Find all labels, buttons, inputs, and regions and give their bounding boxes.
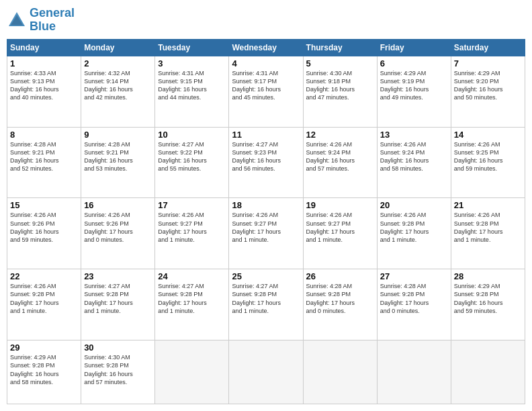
calendar-cell: 4Sunrise: 4:31 AM Sunset: 9:17 PM Daylig… <box>229 56 303 127</box>
day-number: 21 <box>454 200 522 210</box>
calendar-cell: 11Sunrise: 4:27 AM Sunset: 9:23 PM Dayli… <box>229 127 303 198</box>
day-info: Sunrise: 4:26 AM Sunset: 9:28 PM Dayligh… <box>454 211 522 244</box>
day-info: Sunrise: 4:27 AM Sunset: 9:28 PM Dayligh… <box>158 282 226 315</box>
calendar-cell: 18Sunrise: 4:26 AM Sunset: 9:27 PM Dayli… <box>229 198 303 269</box>
calendar-cell: 24Sunrise: 4:27 AM Sunset: 9:28 PM Dayli… <box>155 269 229 340</box>
calendar-cell <box>451 340 525 404</box>
calendar-week-row: 8Sunrise: 4:28 AM Sunset: 9:21 PM Daylig… <box>7 127 525 198</box>
calendar-cell: 26Sunrise: 4:28 AM Sunset: 9:28 PM Dayli… <box>303 269 377 340</box>
weekday-header: Tuesday <box>155 39 229 56</box>
day-number: 24 <box>158 271 226 281</box>
day-info: Sunrise: 4:27 AM Sunset: 9:22 PM Dayligh… <box>158 140 226 173</box>
logo-icon <box>7 10 27 30</box>
calendar-cell: 8Sunrise: 4:28 AM Sunset: 9:21 PM Daylig… <box>7 127 81 198</box>
day-info: Sunrise: 4:26 AM Sunset: 9:27 PM Dayligh… <box>306 211 374 244</box>
calendar-cell <box>229 340 303 404</box>
calendar-cell: 30Sunrise: 4:30 AM Sunset: 9:28 PM Dayli… <box>81 340 155 404</box>
calendar-cell <box>303 340 377 404</box>
calendar-cell: 19Sunrise: 4:26 AM Sunset: 9:27 PM Dayli… <box>303 198 377 269</box>
day-info: Sunrise: 4:33 AM Sunset: 9:13 PM Dayligh… <box>10 69 78 102</box>
day-number: 8 <box>10 130 78 140</box>
day-info: Sunrise: 4:26 AM Sunset: 9:27 PM Dayligh… <box>158 211 226 244</box>
day-info: Sunrise: 4:26 AM Sunset: 9:28 PM Dayligh… <box>10 282 78 315</box>
weekday-header: Friday <box>377 39 451 56</box>
calendar-cell: 17Sunrise: 4:26 AM Sunset: 9:27 PM Dayli… <box>155 198 229 269</box>
day-number: 19 <box>306 200 374 210</box>
calendar-cell: 22Sunrise: 4:26 AM Sunset: 9:28 PM Dayli… <box>7 269 81 340</box>
calendar-cell: 3Sunrise: 4:31 AM Sunset: 9:15 PM Daylig… <box>155 56 229 127</box>
day-info: Sunrise: 4:32 AM Sunset: 9:14 PM Dayligh… <box>84 69 152 102</box>
day-number: 17 <box>158 200 226 210</box>
day-info: Sunrise: 4:26 AM Sunset: 9:26 PM Dayligh… <box>84 211 152 244</box>
calendar-cell: 28Sunrise: 4:29 AM Sunset: 9:28 PM Dayli… <box>451 269 525 340</box>
day-number: 16 <box>84 200 152 210</box>
page: General Blue SundayMondayTuesdayWednesda… <box>0 0 532 411</box>
calendar-week-row: 15Sunrise: 4:26 AM Sunset: 9:26 PM Dayli… <box>7 198 525 269</box>
day-number: 5 <box>306 58 374 68</box>
calendar-cell: 13Sunrise: 4:26 AM Sunset: 9:24 PM Dayli… <box>377 127 451 198</box>
day-number: 2 <box>84 58 152 68</box>
calendar-cell: 27Sunrise: 4:28 AM Sunset: 9:28 PM Dayli… <box>377 269 451 340</box>
day-info: Sunrise: 4:26 AM Sunset: 9:24 PM Dayligh… <box>380 140 448 173</box>
weekday-header: Wednesday <box>229 39 303 56</box>
calendar-cell: 23Sunrise: 4:27 AM Sunset: 9:28 PM Dayli… <box>81 269 155 340</box>
day-info: Sunrise: 4:31 AM Sunset: 9:15 PM Dayligh… <box>158 69 226 102</box>
day-info: Sunrise: 4:26 AM Sunset: 9:25 PM Dayligh… <box>454 140 522 173</box>
day-info: Sunrise: 4:30 AM Sunset: 9:28 PM Dayligh… <box>84 353 152 386</box>
calendar-cell: 25Sunrise: 4:27 AM Sunset: 9:28 PM Dayli… <box>229 269 303 340</box>
day-info: Sunrise: 4:30 AM Sunset: 9:18 PM Dayligh… <box>306 69 374 102</box>
calendar-cell: 6Sunrise: 4:29 AM Sunset: 9:19 PM Daylig… <box>377 56 451 127</box>
calendar-cell: 29Sunrise: 4:29 AM Sunset: 9:28 PM Dayli… <box>7 340 81 404</box>
day-number: 9 <box>84 130 152 140</box>
calendar-week-row: 1Sunrise: 4:33 AM Sunset: 9:13 PM Daylig… <box>7 56 525 127</box>
weekday-header: Thursday <box>303 39 377 56</box>
day-info: Sunrise: 4:31 AM Sunset: 9:17 PM Dayligh… <box>232 69 300 102</box>
header: General Blue <box>7 7 525 34</box>
calendar-cell: 21Sunrise: 4:26 AM Sunset: 9:28 PM Dayli… <box>451 198 525 269</box>
day-number: 11 <box>232 130 300 140</box>
day-number: 4 <box>232 58 300 68</box>
day-info: Sunrise: 4:27 AM Sunset: 9:28 PM Dayligh… <box>232 282 300 315</box>
day-info: Sunrise: 4:26 AM Sunset: 9:24 PM Dayligh… <box>306 140 374 173</box>
calendar-cell: 12Sunrise: 4:26 AM Sunset: 9:24 PM Dayli… <box>303 127 377 198</box>
calendar-cell: 15Sunrise: 4:26 AM Sunset: 9:26 PM Dayli… <box>7 198 81 269</box>
day-number: 18 <box>232 200 300 210</box>
day-info: Sunrise: 4:28 AM Sunset: 9:21 PM Dayligh… <box>84 140 152 173</box>
day-info: Sunrise: 4:27 AM Sunset: 9:28 PM Dayligh… <box>84 282 152 315</box>
calendar-cell: 20Sunrise: 4:26 AM Sunset: 9:28 PM Dayli… <box>377 198 451 269</box>
calendar-cell: 2Sunrise: 4:32 AM Sunset: 9:14 PM Daylig… <box>81 56 155 127</box>
day-number: 27 <box>380 271 448 281</box>
day-number: 23 <box>84 271 152 281</box>
day-number: 22 <box>10 271 78 281</box>
day-info: Sunrise: 4:26 AM Sunset: 9:27 PM Dayligh… <box>232 211 300 244</box>
calendar-cell <box>377 340 451 404</box>
calendar-cell: 14Sunrise: 4:26 AM Sunset: 9:25 PM Dayli… <box>451 127 525 198</box>
day-number: 1 <box>10 58 78 68</box>
day-info: Sunrise: 4:28 AM Sunset: 9:21 PM Dayligh… <box>10 140 78 173</box>
day-info: Sunrise: 4:29 AM Sunset: 9:28 PM Dayligh… <box>10 353 78 386</box>
calendar-cell: 5Sunrise: 4:30 AM Sunset: 9:18 PM Daylig… <box>303 56 377 127</box>
day-info: Sunrise: 4:29 AM Sunset: 9:19 PM Dayligh… <box>380 69 448 102</box>
weekday-header-row: SundayMondayTuesdayWednesdayThursdayFrid… <box>7 39 525 56</box>
calendar-cell: 1Sunrise: 4:33 AM Sunset: 9:13 PM Daylig… <box>7 56 81 127</box>
day-number: 13 <box>380 130 448 140</box>
weekday-header: Saturday <box>451 39 525 56</box>
day-info: Sunrise: 4:29 AM Sunset: 9:28 PM Dayligh… <box>454 282 522 315</box>
calendar-cell: 9Sunrise: 4:28 AM Sunset: 9:21 PM Daylig… <box>81 127 155 198</box>
day-number: 12 <box>306 130 374 140</box>
day-info: Sunrise: 4:29 AM Sunset: 9:20 PM Dayligh… <box>454 69 522 102</box>
day-number: 30 <box>84 342 152 353</box>
calendar-cell: 10Sunrise: 4:27 AM Sunset: 9:22 PM Dayli… <box>155 127 229 198</box>
day-number: 25 <box>232 271 300 281</box>
day-info: Sunrise: 4:28 AM Sunset: 9:28 PM Dayligh… <box>306 282 374 315</box>
calendar-week-row: 22Sunrise: 4:26 AM Sunset: 9:28 PM Dayli… <box>7 269 525 340</box>
calendar-cell <box>155 340 229 404</box>
day-number: 10 <box>158 130 226 140</box>
calendar-cell: 16Sunrise: 4:26 AM Sunset: 9:26 PM Dayli… <box>81 198 155 269</box>
calendar-table: SundayMondayTuesdayWednesdayThursdayFrid… <box>7 39 525 404</box>
weekday-header: Monday <box>81 39 155 56</box>
day-info: Sunrise: 4:28 AM Sunset: 9:28 PM Dayligh… <box>380 282 448 315</box>
calendar-cell: 7Sunrise: 4:29 AM Sunset: 9:20 PM Daylig… <box>451 56 525 127</box>
day-number: 6 <box>380 58 448 68</box>
day-number: 14 <box>454 130 522 140</box>
